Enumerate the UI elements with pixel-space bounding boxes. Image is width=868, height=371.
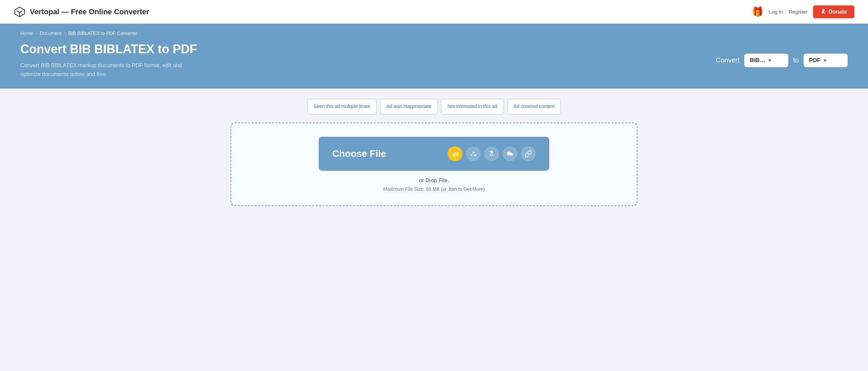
separator: | <box>785 9 787 15</box>
banner-left: Convert BIB BIBLATEX to PDF Convert BIB … <box>20 42 197 78</box>
donate-label: Donate <box>829 9 847 15</box>
google-drive-icon[interactable] <box>466 146 481 161</box>
donate-button[interactable]: 🎗 Donate <box>813 5 854 18</box>
logo-text: Vertopal — Free Online Converter <box>30 7 149 16</box>
max-size-suffix: to Get More) <box>458 186 485 192</box>
banner-title: Convert BIB BIBLATEX to PDF <box>20 42 197 56</box>
to-label: to <box>793 56 799 64</box>
url-link-icon[interactable] <box>521 146 536 161</box>
ad-feedback-btn-4[interactable]: Ad covered content <box>507 99 561 114</box>
breadcrumb-sep-2: › <box>64 31 65 36</box>
header: Vertopal — Free Online Converter 🎁 Log I… <box>0 0 868 24</box>
folder-icon[interactable]: 📁 <box>448 146 462 161</box>
banner-description: Convert BIB BIBLATEX markup documents to… <box>20 61 197 78</box>
drop-text: or Drop File. <box>419 178 449 184</box>
breadcrumb-current: BIB BIBLATEX to PDF Converter <box>68 31 138 36</box>
max-size-text: Maximum File Size: 50 MB (or Join to Get… <box>383 186 485 192</box>
to-format-label: PDF <box>809 57 821 64</box>
header-right: 🎁 Log In | Register 🎗 Donate <box>752 5 854 18</box>
dropbox-icon[interactable] <box>484 146 499 161</box>
from-format-label: BIB… <box>750 57 765 64</box>
main-content: Seen this ad multiple times Ad was inapp… <box>0 89 868 216</box>
join-link[interactable]: Join <box>448 186 457 192</box>
from-chevron-icon: ▼ <box>768 58 772 63</box>
to-format-dropdown[interactable]: PDF ▼ <box>804 54 848 67</box>
choose-file-button[interactable]: Choose File 📁 <box>319 137 549 171</box>
max-size-prefix: Maximum File Size: 50 MB (or <box>383 186 447 192</box>
breadcrumb-sep-1: › <box>36 31 37 36</box>
donate-icon: 🎗 <box>821 9 826 15</box>
ad-feedback-buttons: Seen this ad multiple times Ad was inapp… <box>20 99 848 114</box>
login-link[interactable]: Log In <box>769 9 783 15</box>
banner-content: Convert BIB BIBLATEX to PDF Convert BIB … <box>20 42 848 78</box>
onedrive-icon[interactable] <box>502 146 517 161</box>
logo-icon <box>14 6 26 18</box>
breadcrumb-home[interactable]: Home <box>20 31 33 36</box>
convert-controls: Convert BIB… ▼ to PDF ▼ <box>716 54 848 67</box>
ad-feedback-btn-1[interactable]: Seen this ad multiple times <box>307 99 377 114</box>
ad-feedback-btn-3[interactable]: Not interested in this ad <box>441 99 504 114</box>
breadcrumb: Home › Document › BIB BIBLATEX to PDF Co… <box>20 31 848 36</box>
convert-label: Convert <box>716 56 739 64</box>
breadcrumb-document[interactable]: Document <box>40 31 61 36</box>
ad-feedback-btn-2[interactable]: Ad was inappropriate <box>380 99 438 114</box>
to-chevron-icon: ▼ <box>823 58 827 63</box>
from-format-dropdown[interactable]: BIB… ▼ <box>744 54 788 67</box>
logo: Vertopal — Free Online Converter <box>14 6 149 18</box>
upload-section: Choose File 📁 or D <box>231 123 637 206</box>
register-link[interactable]: Register <box>789 9 808 15</box>
gift-icon: 🎁 <box>752 6 764 17</box>
file-source-icons: 📁 <box>448 146 536 161</box>
banner: Home › Document › BIB BIBLATEX to PDF Co… <box>0 24 868 89</box>
choose-file-label: Choose File <box>332 148 386 159</box>
login-register: Log In | Register <box>769 9 808 15</box>
